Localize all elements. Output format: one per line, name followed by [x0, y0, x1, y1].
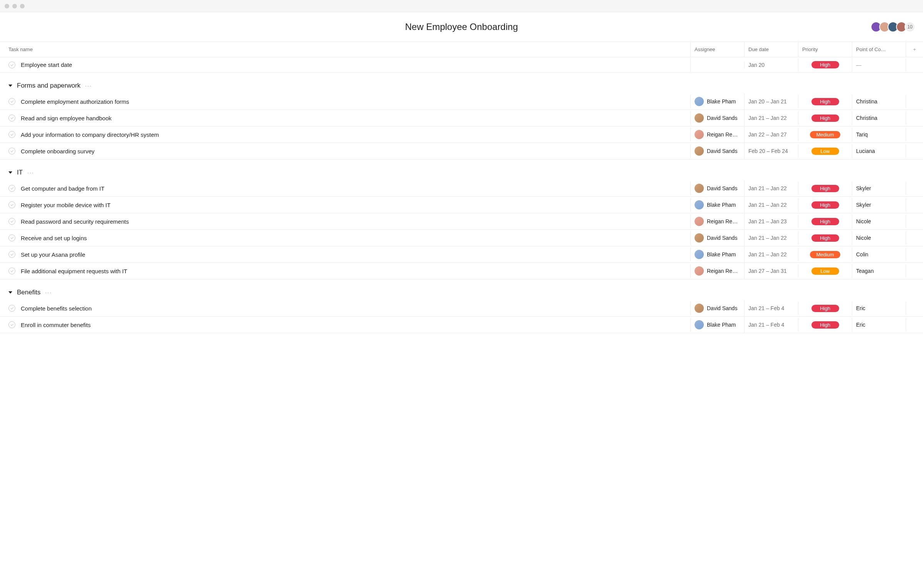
task-row[interactable]: Complete onboarding surveyDavid SandsFeb… [0, 143, 923, 159]
col-header-assignee[interactable]: Assignee [691, 42, 745, 57]
task-row[interactable]: Register your mobile device with ITBlake… [0, 197, 923, 213]
col-header-due[interactable]: Due date [745, 42, 798, 57]
check-icon[interactable] [8, 251, 15, 258]
due-cell[interactable]: Jan 21 – Jan 22 [745, 198, 798, 211]
poc-cell[interactable]: — [852, 58, 906, 71]
assignee-cell[interactable] [691, 61, 745, 68]
poc-cell[interactable]: Eric [852, 318, 906, 331]
chevron-down-icon[interactable] [8, 291, 12, 294]
priority-cell[interactable]: High [798, 111, 852, 125]
check-icon[interactable] [8, 321, 15, 328]
task-row[interactable]: Add your information to company director… [0, 126, 923, 143]
priority-cell[interactable]: High [798, 214, 852, 229]
task-row[interactable]: Set up your Asana profileBlake PhamJan 2… [0, 246, 923, 263]
due-cell[interactable]: Jan 21 – Jan 22 [745, 248, 798, 261]
check-icon[interactable] [8, 201, 15, 208]
assignee-cell[interactable]: Reigan Rea… [691, 213, 745, 229]
check-icon[interactable] [8, 218, 15, 225]
poc-cell[interactable]: Eric [852, 302, 906, 315]
assignee-cell[interactable]: David Sands [691, 180, 745, 196]
task-row[interactable]: Complete benefits selectionDavid SandsJa… [0, 300, 923, 317]
check-icon[interactable] [8, 305, 15, 312]
due-cell[interactable]: Jan 21 – Jan 23 [745, 215, 798, 228]
section-header[interactable]: Forms and paperwork··· [0, 76, 923, 93]
task-row[interactable]: File additional equipment requests with … [0, 263, 923, 279]
priority-cell[interactable]: High [798, 198, 852, 212]
col-header-priority[interactable]: Priority [798, 42, 852, 57]
task-row[interactable]: Employee start date Jan 20 High — [0, 57, 923, 73]
poc-cell[interactable]: Colin [852, 248, 906, 261]
due-cell[interactable]: Jan 22 – Jan 27 [745, 128, 798, 141]
task-name-cell[interactable]: Read and sign employee handbook [0, 111, 691, 125]
traffic-light-close[interactable] [5, 4, 9, 8]
section-header[interactable]: Benefits··· [0, 283, 923, 300]
section-more-icon[interactable]: ··· [27, 169, 34, 176]
assignee-cell[interactable]: Blake Pham [691, 317, 745, 333]
poc-cell[interactable]: Teagan [852, 264, 906, 277]
assignee-cell[interactable]: Blake Pham [691, 197, 745, 213]
task-name-cell[interactable]: Add your information to company director… [0, 128, 691, 141]
collaborator-overflow[interactable]: 10 [905, 22, 915, 32]
priority-cell[interactable]: High [798, 181, 852, 196]
section-more-icon[interactable]: ··· [45, 289, 52, 296]
assignee-cell[interactable]: David Sands [691, 230, 745, 246]
collaborators[interactable]: 10 [873, 22, 915, 32]
priority-cell[interactable]: Medium [798, 128, 852, 142]
due-cell[interactable]: Jan 21 – Jan 22 [745, 111, 798, 125]
due-cell[interactable]: Jan 21 – Jan 22 [745, 182, 798, 195]
chevron-down-icon[interactable] [8, 171, 12, 174]
traffic-light-minimize[interactable] [12, 4, 17, 8]
due-cell[interactable]: Jan 20 [745, 58, 798, 71]
task-name-cell[interactable]: File additional equipment requests with … [0, 264, 691, 278]
task-row[interactable]: Enroll in commuter benefitsBlake PhamJan… [0, 317, 923, 333]
task-name-cell[interactable]: Get computer and badge from IT [0, 181, 691, 195]
assignee-cell[interactable]: Blake Pham [691, 246, 745, 262]
priority-cell[interactable]: High [798, 58, 852, 72]
assignee-cell[interactable]: Reigan Rea… [691, 263, 745, 279]
section-header[interactable]: IT··· [0, 163, 923, 180]
check-icon[interactable] [8, 131, 15, 138]
due-cell[interactable]: Jan 27 – Jan 31 [745, 264, 798, 277]
check-icon[interactable] [8, 61, 15, 68]
traffic-light-zoom[interactable] [20, 4, 25, 8]
task-row[interactable]: Receive and set up loginsDavid SandsJan … [0, 230, 923, 246]
priority-cell[interactable]: High [798, 318, 852, 332]
priority-cell[interactable]: Medium [798, 247, 852, 262]
poc-cell[interactable]: Skyler [852, 198, 906, 211]
poc-cell[interactable]: Skyler [852, 182, 906, 195]
assignee-cell[interactable]: David Sands [691, 300, 745, 316]
poc-cell[interactable]: Christina [852, 95, 906, 108]
due-cell[interactable]: Jan 21 – Jan 22 [745, 231, 798, 244]
assignee-cell[interactable]: Reigan Rea… [691, 126, 745, 143]
check-icon[interactable] [8, 234, 15, 241]
col-header-poc[interactable]: Point of Co… [852, 42, 906, 57]
add-column-button[interactable]: + [906, 42, 923, 57]
task-name-cell[interactable]: Complete employment authorization forms [0, 95, 691, 108]
task-name-cell[interactable]: Employee start date [0, 58, 691, 72]
priority-cell[interactable]: High [798, 95, 852, 109]
check-icon[interactable] [8, 98, 15, 105]
task-name-cell[interactable]: Register your mobile device with IT [0, 198, 691, 212]
task-row[interactable]: Read password and security requirementsR… [0, 213, 923, 230]
poc-cell[interactable]: Nicole [852, 215, 906, 228]
assignee-cell[interactable]: David Sands [691, 143, 745, 159]
section-more-icon[interactable]: ··· [85, 83, 92, 89]
priority-cell[interactable]: High [798, 231, 852, 245]
due-cell[interactable]: Feb 20 – Feb 24 [745, 145, 798, 158]
due-cell[interactable]: Jan 20 – Jan 21 [745, 95, 798, 108]
due-cell[interactable]: Jan 21 – Feb 4 [745, 318, 798, 331]
check-icon[interactable] [8, 115, 15, 121]
assignee-cell[interactable]: David Sands [691, 110, 745, 126]
check-icon[interactable] [8, 148, 15, 154]
check-icon[interactable] [8, 185, 15, 192]
task-row[interactable]: Complete employment authorization formsB… [0, 93, 923, 110]
chevron-down-icon[interactable] [8, 85, 12, 87]
priority-cell[interactable]: Low [798, 144, 852, 158]
task-name-cell[interactable]: Read password and security requirements [0, 214, 691, 228]
task-name-cell[interactable]: Complete onboarding survey [0, 144, 691, 158]
task-name-cell[interactable]: Complete benefits selection [0, 301, 691, 315]
task-row[interactable]: Read and sign employee handbookDavid San… [0, 110, 923, 126]
task-name-cell[interactable]: Enroll in commuter benefits [0, 318, 691, 332]
priority-cell[interactable]: Low [798, 264, 852, 278]
poc-cell[interactable]: Christina [852, 111, 906, 125]
